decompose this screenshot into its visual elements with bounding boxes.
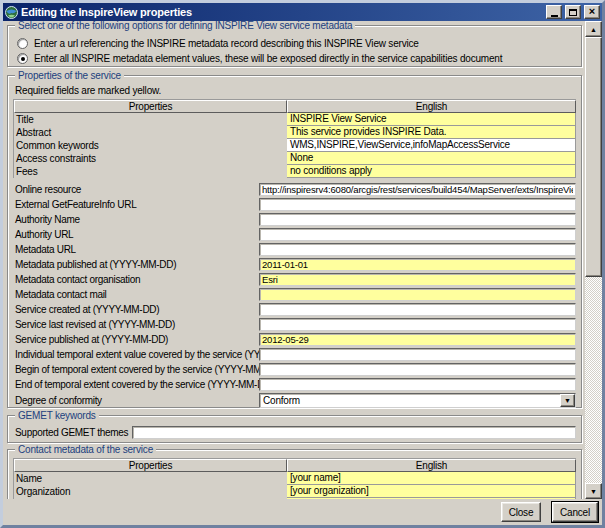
- table-row-title: Title INSPIRE View Service: [14, 113, 576, 126]
- degree-of-conformity-select[interactable]: Conform ▼: [259, 393, 576, 408]
- contact-groupbox: Contact metadata of the service Properti…: [7, 449, 582, 499]
- table-row-common-keywords: Common keywords WMS,INSPIRE,ViewService,…: [14, 139, 576, 152]
- options-legend: Select one of the following options for …: [15, 21, 355, 31]
- field-label: Online resource: [13, 184, 259, 195]
- metadata-contact-mail-input[interactable]: [259, 288, 576, 301]
- scroll-viewport: Select one of the following options for …: [3, 21, 602, 499]
- online-resource-input[interactable]: [259, 183, 576, 196]
- row-label: Title: [14, 113, 287, 126]
- field-label: Service last revised at (YYYY-MM-DD): [13, 319, 259, 330]
- dialog-window: Editing the InspireView properties × Sel…: [0, 0, 605, 528]
- field-label: Begin of temporal extent covered by the …: [13, 364, 259, 375]
- row-label: Name: [14, 472, 287, 485]
- field-label: End of temporal extent covered by the se…: [13, 379, 259, 390]
- field-row-service-created: Service created at (YYYY-MM-DD): [13, 302, 576, 317]
- field-label: Degree of conformity: [13, 395, 259, 406]
- dropdown-button[interactable]: ▼: [560, 394, 575, 407]
- contact-legend: Contact metadata of the service: [15, 444, 156, 455]
- contact-organization-value-cell[interactable]: [your organization]: [287, 485, 576, 498]
- required-fields-note: Required fields are marked yellow.: [15, 85, 576, 96]
- field-row-end-temporal-extent: End of temporal extent covered by the se…: [13, 377, 576, 392]
- cancel-button[interactable]: Cancel: [552, 502, 598, 522]
- minimize-button[interactable]: [546, 5, 562, 19]
- radio-all-metadata-values[interactable]: [17, 53, 28, 64]
- field-row-online-resource: Online resource: [13, 182, 576, 197]
- radio-url-metadata[interactable]: [17, 38, 28, 49]
- table-row-access-constraints: Access constraints None: [14, 152, 576, 165]
- field-label: Metadata contact mail: [13, 289, 259, 300]
- scroll-up-button[interactable]: ▲: [585, 21, 602, 37]
- properties-table: Properties English Title INSPIRE View Se…: [13, 99, 576, 178]
- row-label: Common keywords: [14, 139, 287, 152]
- row-label: Fees: [14, 165, 287, 178]
- close-icon: ×: [589, 6, 595, 17]
- supported-gemet-themes-input[interactable]: [132, 426, 576, 439]
- service-created-input[interactable]: [259, 303, 576, 316]
- properties-legend: Properties of the service: [15, 70, 124, 81]
- field-row-gemet-themes: Supported GEMET themes: [13, 425, 576, 440]
- gemet-groupbox: GEMET keywords Supported GEMET themes: [7, 415, 582, 443]
- end-temporal-extent-input[interactable]: [259, 378, 576, 391]
- field-label: Authority Name: [13, 214, 259, 225]
- field-label: Service published at (YYYY-MM-DD): [13, 334, 259, 345]
- radio-row-url[interactable]: Enter a url referencing the INSPIRE meta…: [17, 36, 576, 51]
- field-row-metadata-published: Metadata published at (YYYY-MM-DD): [13, 257, 576, 272]
- chevron-down-icon: ▼: [564, 397, 571, 404]
- table-row-organization: Organization [your organization]: [14, 485, 576, 498]
- globe-icon: [5, 6, 18, 19]
- title-bar: Editing the InspireView properties ×: [3, 3, 602, 21]
- options-groupbox: Select one of the following options for …: [7, 25, 582, 67]
- field-label: Metadata URL: [13, 244, 259, 255]
- field-row-metadata-contact-organisation: Metadata contact organisation: [13, 272, 576, 287]
- field-label: Metadata contact organisation: [13, 274, 259, 285]
- abstract-value-cell[interactable]: This service provides INSPIRE Data.: [287, 126, 576, 139]
- metadata-contact-organisation-input[interactable]: [259, 273, 576, 286]
- maximize-button[interactable]: [565, 5, 581, 19]
- external-getfeatureinfo-url-input[interactable]: [259, 198, 576, 211]
- content-pane: Select one of the following options for …: [3, 21, 585, 499]
- col-header-english[interactable]: English: [287, 100, 576, 113]
- col-header-properties[interactable]: Properties: [14, 100, 287, 113]
- fees-value-cell[interactable]: no conditions apply: [287, 165, 576, 178]
- radio-row-all-values[interactable]: Enter all INSPIRE metadata element value…: [17, 51, 576, 66]
- authority-name-input[interactable]: [259, 213, 576, 226]
- col-header-english[interactable]: English: [287, 459, 576, 472]
- metadata-url-input[interactable]: [259, 243, 576, 256]
- field-row-metadata-url: Metadata URL: [13, 242, 576, 257]
- field-label: Individual temporal extent value covered…: [13, 349, 259, 360]
- service-last-revised-input[interactable]: [259, 318, 576, 331]
- scroll-down-button[interactable]: ▼: [585, 483, 602, 499]
- contact-position-value-cell[interactable]: service administrator: [287, 498, 576, 499]
- table-row-position: Position service administrator: [14, 498, 576, 499]
- field-row-getfeatureinfo-url: External GetFeatureInfo URL: [13, 197, 576, 212]
- table-row-fees: Fees no conditions apply: [14, 165, 576, 178]
- field-row-authority-url: Authority URL: [13, 227, 576, 242]
- common-keywords-value-cell[interactable]: WMS,INSPIRE,ViewService,infoMapAccessSer…: [287, 139, 576, 152]
- radio-url-label: Enter a url referencing the INSPIRE meta…: [34, 38, 419, 49]
- button-bar: Close Cancel: [3, 499, 602, 525]
- contact-name-value-cell[interactable]: [your name]: [287, 472, 576, 485]
- field-row-service-last-revised: Service last revised at (YYYY-MM-DD): [13, 317, 576, 332]
- gemet-themes-label: Supported GEMET themes: [13, 427, 132, 438]
- field-row-individual-temporal-extent: Individual temporal extent value covered…: [13, 347, 576, 362]
- close-button[interactable]: Close: [501, 502, 541, 522]
- maximize-icon: [569, 9, 577, 16]
- row-label: Abstract: [14, 126, 287, 139]
- service-published-input[interactable]: [259, 333, 576, 346]
- field-label: Service created at (YYYY-MM-DD): [13, 304, 259, 315]
- access-constraints-value-cell[interactable]: None: [287, 152, 576, 165]
- contact-table: Properties English Name [your name] Orga…: [13, 458, 576, 499]
- scrollbar-thumb[interactable]: [585, 37, 602, 277]
- window-title: Editing the InspireView properties: [21, 6, 543, 18]
- field-row-begin-temporal-extent: Begin of temporal extent covered by the …: [13, 362, 576, 377]
- col-header-properties[interactable]: Properties: [14, 459, 287, 472]
- begin-temporal-extent-input[interactable]: [259, 363, 576, 376]
- field-label: Authority URL: [13, 229, 259, 240]
- individual-temporal-extent-input[interactable]: [259, 348, 576, 361]
- close-button-caption[interactable]: ×: [584, 5, 600, 19]
- metadata-published-input[interactable]: [259, 258, 576, 271]
- authority-url-input[interactable]: [259, 228, 576, 241]
- title-value-cell[interactable]: INSPIRE View Service: [287, 113, 576, 126]
- chevron-up-icon: ▲: [590, 26, 597, 33]
- vertical-scrollbar[interactable]: ▲ ▼: [585, 21, 602, 499]
